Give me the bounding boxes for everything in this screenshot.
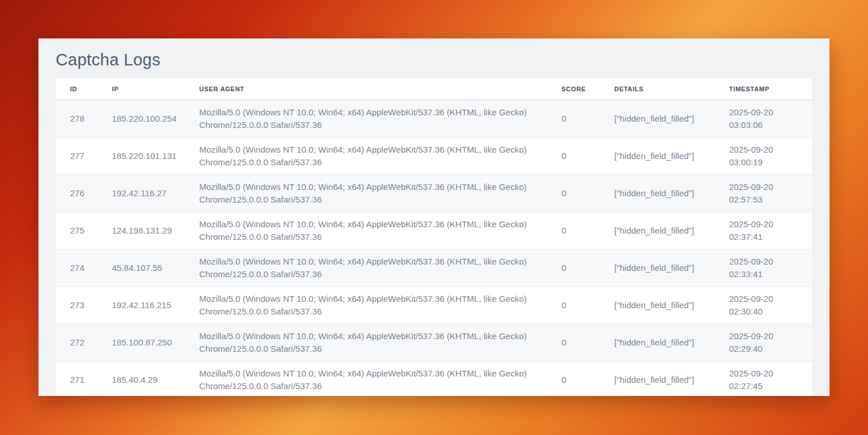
cell-score: 0 xyxy=(547,250,600,287)
cell-user-agent: Mozilla/5.0 (Windows NT 10.0; Win64; x64… xyxy=(185,100,547,138)
cell-id: 272 xyxy=(56,324,98,362)
cell-score: 0 xyxy=(547,324,600,362)
cell-timestamp: 2025-09-20 02:57:53 xyxy=(715,175,812,212)
cell-details: ["hidden_field_filled"] xyxy=(600,287,715,324)
cell-ip: 124.198.131.29 xyxy=(98,212,185,250)
cell-user-agent: Mozilla/5.0 (Windows NT 10.0; Win64; x64… xyxy=(185,250,547,287)
table-body: 278 185.220.100.254 Mozilla/5.0 (Windows… xyxy=(56,100,812,396)
card-header: Captcha Logs xyxy=(38,38,830,78)
cell-score: 0 xyxy=(547,175,600,212)
cell-id: 271 xyxy=(56,362,98,397)
table-header-row: ID IP USER AGENT SCORE DETAILS TIMESTAMP xyxy=(56,78,812,100)
cell-timestamp: 2025-09-20 02:27:45 xyxy=(715,362,812,397)
table-row: 277 185.220.101.131 Mozilla/5.0 (Windows… xyxy=(56,138,812,175)
cell-timestamp: 2025-09-20 02:33:41 xyxy=(715,250,812,287)
cell-score: 0 xyxy=(547,212,600,250)
cell-timestamp: 2025-09-20 03:00:19 xyxy=(715,138,812,175)
table-row: 276 192.42.116.27 Mozilla/5.0 (Windows N… xyxy=(56,175,812,212)
captcha-logs-table: ID IP USER AGENT SCORE DETAILS TIMESTAMP… xyxy=(56,78,812,396)
cell-ip: 192.42.116.215 xyxy=(98,287,185,324)
cell-timestamp: 2025-09-20 02:30:40 xyxy=(715,287,812,324)
table-row: 278 185.220.100.254 Mozilla/5.0 (Windows… xyxy=(56,100,812,138)
cell-score: 0 xyxy=(547,100,600,138)
cell-ip: 185.40.4.29 xyxy=(98,362,185,397)
cell-details: ["hidden_field_filled"] xyxy=(600,100,715,138)
table-row: 271 185.40.4.29 Mozilla/5.0 (Windows NT … xyxy=(56,362,812,397)
cell-details: ["hidden_field_filled"] xyxy=(600,212,715,250)
cell-user-agent: Mozilla/5.0 (Windows NT 10.0; Win64; x64… xyxy=(185,362,547,397)
cell-id: 275 xyxy=(56,212,98,250)
cell-user-agent: Mozilla/5.0 (Windows NT 10.0; Win64; x64… xyxy=(185,175,547,212)
cell-ip: 45.84.107.55 xyxy=(98,250,185,287)
cell-ip: 185.100.87.250 xyxy=(98,324,185,362)
cell-ip: 192.42.116.27 xyxy=(98,175,185,212)
cell-id: 277 xyxy=(56,138,98,175)
logs-table-container: ID IP USER AGENT SCORE DETAILS TIMESTAMP… xyxy=(56,78,812,396)
table-row: 273 192.42.116.215 Mozilla/5.0 (Windows … xyxy=(56,287,812,324)
cell-timestamp: 2025-09-20 02:37:41 xyxy=(715,212,812,250)
page-background: { "page": { "title": "Captcha Logs" }, "… xyxy=(0,0,868,435)
cell-user-agent: Mozilla/5.0 (Windows NT 10.0; Win64; x64… xyxy=(185,287,547,324)
cell-details: ["hidden_field_filled"] xyxy=(600,175,715,212)
column-header-ip: IP xyxy=(98,78,185,100)
cell-details: ["hidden_field_filled"] xyxy=(600,250,715,287)
cell-details: ["hidden_field_filled"] xyxy=(600,138,715,175)
table-row: 275 124.198.131.29 Mozilla/5.0 (Windows … xyxy=(56,212,812,250)
cell-ip: 185.220.101.131 xyxy=(98,138,185,175)
cell-id: 276 xyxy=(56,175,98,212)
cell-score: 0 xyxy=(547,362,600,397)
cell-user-agent: Mozilla/5.0 (Windows NT 10.0; Win64; x64… xyxy=(185,324,547,362)
cell-id: 274 xyxy=(56,250,98,287)
cell-details: ["hidden_field_filled"] xyxy=(600,362,715,397)
table-row: 272 185.100.87.250 Mozilla/5.0 (Windows … xyxy=(56,324,812,362)
cell-user-agent: Mozilla/5.0 (Windows NT 10.0; Win64; x64… xyxy=(185,212,547,250)
column-header-score: SCORE xyxy=(547,78,600,100)
cell-score: 0 xyxy=(547,138,600,175)
table-row: 274 45.84.107.55 Mozilla/5.0 (Windows NT… xyxy=(56,250,812,287)
captcha-logs-card: Captcha Logs ID IP USER AGENT SCORE DETA… xyxy=(38,38,830,396)
column-header-id: ID xyxy=(56,78,98,100)
column-header-user-agent: USER AGENT xyxy=(185,78,547,100)
column-header-timestamp: TIMESTAMP xyxy=(715,78,812,100)
cell-ip: 185.220.100.254 xyxy=(98,100,185,138)
cell-score: 0 xyxy=(547,287,600,324)
cell-id: 273 xyxy=(56,287,98,324)
column-header-details: DETAILS xyxy=(600,78,715,100)
cell-user-agent: Mozilla/5.0 (Windows NT 10.0; Win64; x64… xyxy=(185,138,547,175)
cell-details: ["hidden_field_filled"] xyxy=(600,324,715,362)
page-title: Captcha Logs xyxy=(56,51,812,69)
table-header: ID IP USER AGENT SCORE DETAILS TIMESTAMP xyxy=(56,78,812,100)
cell-id: 278 xyxy=(56,100,98,138)
cell-timestamp: 2025-09-20 02:29:40 xyxy=(715,324,812,362)
cell-timestamp: 2025-09-20 03:03:06 xyxy=(715,100,812,138)
